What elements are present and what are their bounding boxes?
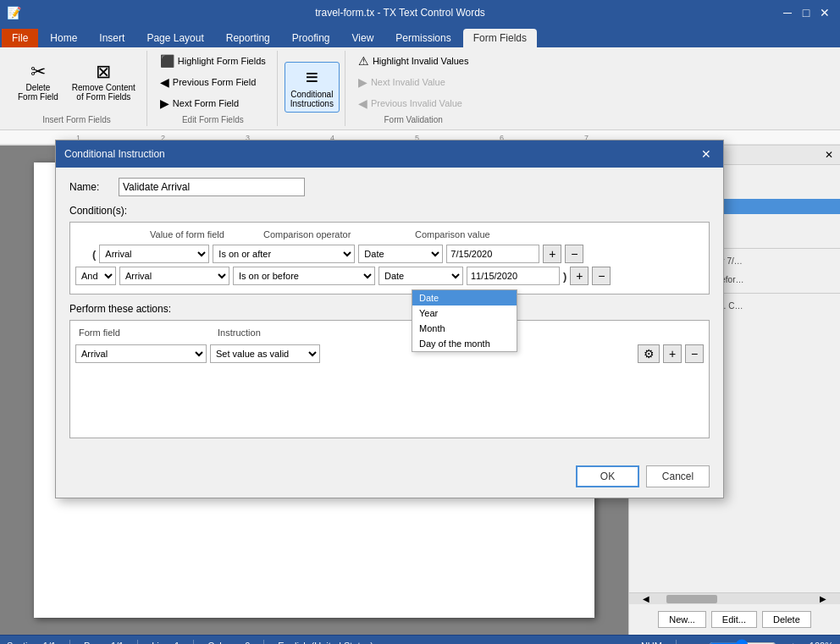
comparison-op-header: Comparison operator [263,229,412,239]
action-add-button[interactable]: + [663,344,682,363]
comp-type-dropdown: Date Year Month Day of the month [412,289,517,352]
dialog-body: Name: Condition(s): Value of form field … [56,168,723,459]
row1-comp-type-select[interactable]: Date Year Month Day of the month [358,245,443,263]
action-row-1: Arrival Set value as valid ⚙ + − [75,344,704,363]
row1-remove-button[interactable]: − [565,245,583,263]
conditional-instruction-dialog: Conditional Instruction ✕ Name: Conditio… [55,140,724,498]
name-label: Name: [69,181,112,193]
paren-open: ( [92,248,96,261]
conditions-label: Condition(s): [69,205,710,217]
dropdown-option-date[interactable]: Date [412,290,517,305]
ok-button[interactable]: OK [576,465,639,487]
form-field-col-header: Form field [79,328,214,338]
row2-add-button[interactable]: + [570,267,589,285]
dropdown-option-year[interactable]: Year [412,305,517,321]
dialog-close-button[interactable]: ✕ [698,146,715,162]
action-instruction-select[interactable]: Set value as valid [210,344,320,363]
name-input[interactable] [119,178,305,196]
row2-operator-select[interactable]: Is on or before [233,267,375,285]
condition-header: Value of form field Comparison operator … [75,228,704,241]
dropdown-option-month[interactable]: Month [412,321,517,336]
row1-comp-value-input[interactable] [446,245,539,263]
dialog-title: Conditional Instruction [64,148,165,160]
row1-operator-select[interactable]: Is on or after [213,245,355,263]
comparison-val-header: Comparison value [415,229,490,239]
actions-header: Form field Instruction [75,326,704,339]
name-row: Name: [69,178,710,196]
actions-box: Form field Instruction Arrival Set value… [69,320,710,438]
row2-comp-value-input[interactable] [467,267,560,285]
action-remove-button[interactable]: − [685,344,704,363]
row1-field-select[interactable]: Arrival [99,245,209,263]
value-field-header: Value of form field [150,229,260,239]
instruction-col-header: Instruction [218,328,261,338]
row2-comp-type-select[interactable]: Date Year Month Day of the month [379,267,463,285]
action-field-select[interactable]: Arrival [75,344,207,363]
conditions-box: Value of form field Comparison operator … [69,222,710,294]
condition-row-2: And Or Arrival Is on or before Date Year… [75,267,704,285]
dialog-titlebar: Conditional Instruction ✕ [56,140,723,168]
row2-remove-button[interactable]: − [592,267,611,285]
dropdown-option-day[interactable]: Day of the month [412,336,517,351]
spacer-col [79,229,146,239]
row2-field-select[interactable]: Arrival [119,267,229,285]
row1-add-button[interactable]: + [543,245,561,263]
actions-label: Perform these actions: [69,303,710,315]
gear-button[interactable]: ⚙ [638,344,660,363]
cancel-button[interactable]: Cancel [646,465,710,487]
row2-connector-select[interactable]: And Or [75,267,116,285]
dialog-overlay: Conditional Instruction ✕ Name: Conditio… [0,0,840,644]
dialog-footer: OK Cancel [56,459,723,498]
condition-row-1: ( Arrival Is on or after Date Year Month… [75,245,704,263]
paren-close: ) [563,270,566,283]
